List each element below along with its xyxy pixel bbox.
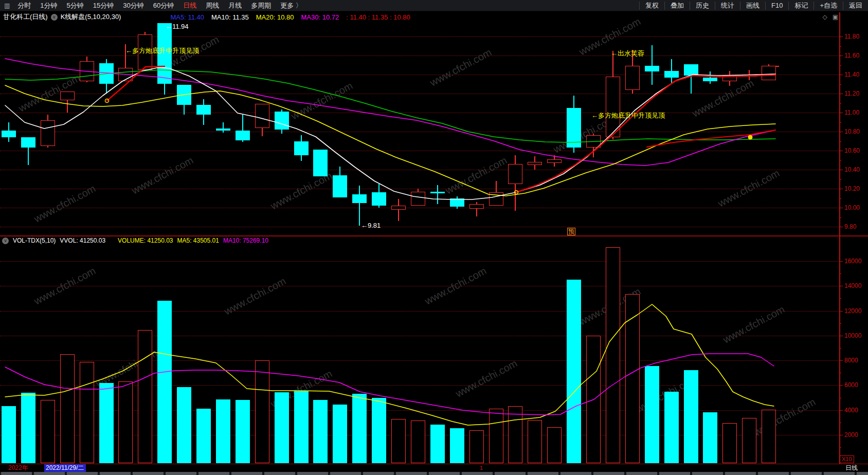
scrollbar-segment[interactable] bbox=[264, 472, 295, 475]
candle-down bbox=[684, 64, 698, 76]
diamond-icon[interactable]: ◇ bbox=[822, 13, 827, 21]
volume-bar-down bbox=[313, 400, 328, 463]
panel-icon[interactable]: ▣ bbox=[833, 13, 838, 21]
menu-item-9[interactable]: 多周期 bbox=[246, 1, 276, 10]
volume-bar-up bbox=[528, 420, 542, 463]
scrollbar-segment[interactable] bbox=[560, 472, 591, 475]
axis-tick bbox=[839, 122, 841, 123]
scrollbar-segment[interactable] bbox=[725, 472, 756, 475]
scrollbar-segment[interactable] bbox=[528, 472, 558, 475]
candle-up bbox=[742, 75, 756, 77]
axis-tick bbox=[839, 160, 841, 161]
scrollbar-segment[interactable] bbox=[626, 472, 657, 475]
toolbar-button-8[interactable]: 返回 bbox=[843, 2, 868, 10]
price-gridline bbox=[0, 36, 839, 37]
scrollbar-segment[interactable] bbox=[495, 472, 526, 475]
toolbar-button-7[interactable]: +自选 bbox=[813, 2, 843, 10]
candle-wick bbox=[652, 45, 653, 85]
scrollbar-segment[interactable] bbox=[462, 472, 493, 475]
toolbar-button-1[interactable]: 叠加 bbox=[664, 2, 690, 10]
scrollbar-segment[interactable] bbox=[198, 472, 229, 475]
ma-label-2: MA20: 10.80 bbox=[256, 13, 294, 21]
volume-pane-header: ∨ VOL-TDX(5,10) VVOL: 41250.03 VOLUME: 4… bbox=[2, 237, 268, 244]
toolbar-button-0[interactable]: 复权 bbox=[639, 2, 664, 10]
scrollbar-segment[interactable] bbox=[100, 472, 131, 475]
candle-down bbox=[236, 131, 250, 140]
scrollbar-segment[interactable] bbox=[34, 472, 65, 475]
menu-item-2[interactable]: 5分钟 bbox=[62, 1, 88, 10]
scrollbar-segment[interactable] bbox=[593, 472, 624, 475]
volume-bar-up bbox=[508, 406, 522, 463]
axis-tick bbox=[839, 298, 841, 299]
menu-item-4[interactable]: 30分钟 bbox=[118, 1, 148, 10]
axis-tick bbox=[839, 179, 841, 180]
toolbar-button-4[interactable]: 画线 bbox=[740, 2, 765, 10]
app-window-icon[interactable]: ▥ bbox=[4, 2, 10, 9]
toolbar-button-6[interactable]: 标记 bbox=[788, 2, 813, 10]
scrollbar-segment[interactable] bbox=[692, 472, 723, 475]
price-gridline bbox=[0, 94, 839, 94]
scrollbar-segment[interactable] bbox=[297, 472, 328, 475]
menu-item-1[interactable]: 1分钟 bbox=[35, 1, 62, 10]
volume-bar-down bbox=[450, 428, 464, 463]
scrollbar-segment[interactable] bbox=[1, 472, 32, 475]
ma-label-1: MA10: 11.35 bbox=[211, 13, 249, 21]
scrollbar-segment[interactable] bbox=[133, 472, 164, 475]
ma-label-4: : 11.40 : 11.35 : 10.80 bbox=[346, 13, 410, 21]
scrollbar-segment[interactable] bbox=[67, 472, 98, 475]
month-marker: 1 bbox=[480, 464, 483, 472]
axis-tick bbox=[839, 151, 843, 151]
toolbar-button-5[interactable]: F10 bbox=[765, 2, 788, 10]
menu-item-5[interactable]: 60分钟 bbox=[149, 1, 178, 10]
axis-tick bbox=[839, 447, 841, 448]
candle-down bbox=[275, 112, 289, 130]
chevron-down-icon[interactable]: ∨ bbox=[2, 238, 9, 244]
candle-down bbox=[177, 85, 191, 105]
date-axis-bar[interactable]: 2022年 2022/11/29/二 1 日线 bbox=[0, 464, 868, 472]
scrollbar-segment[interactable] bbox=[791, 472, 822, 475]
candle-up bbox=[508, 164, 522, 184]
axis-tick bbox=[839, 56, 843, 56]
axis-tick bbox=[839, 75, 843, 75]
forecast-badge[interactable]: 预 bbox=[567, 228, 575, 235]
axis-label: 14000 bbox=[844, 282, 861, 289]
menu-item-6[interactable]: 日线 bbox=[178, 1, 201, 10]
scrollbar-segment[interactable] bbox=[429, 472, 460, 475]
horizontal-scrollbar[interactable] bbox=[0, 472, 868, 475]
toolbar-button-3[interactable]: 统计 bbox=[715, 2, 740, 10]
menu-item-7[interactable]: 周线 bbox=[201, 1, 224, 10]
axis-label: 11.40 bbox=[844, 71, 859, 78]
axis-tick bbox=[839, 286, 843, 286]
scrollbar-segment[interactable] bbox=[330, 472, 361, 475]
scrollbar-segment[interactable] bbox=[659, 472, 690, 475]
scrollbar-segment[interactable] bbox=[824, 472, 855, 475]
volume-bar-up bbox=[41, 400, 55, 463]
toolbar-button-2[interactable]: 历史 bbox=[690, 2, 715, 10]
axis-label: 11.20 bbox=[844, 90, 859, 97]
menu-item-10[interactable]: 更多 〉 bbox=[276, 1, 307, 10]
volume-gridline bbox=[0, 286, 839, 286]
candle-up bbox=[255, 104, 269, 127]
menu-item-0[interactable]: 分时 bbox=[13, 1, 35, 10]
candle-up bbox=[118, 68, 133, 81]
scrollbar-segment[interactable] bbox=[166, 472, 196, 475]
chart-annotation-3: ←多方炮底升中升顶见顶 bbox=[591, 111, 665, 120]
last-close-tick bbox=[776, 66, 779, 67]
chevron-down-icon[interactable]: ∨ bbox=[51, 14, 58, 21]
candle-wick bbox=[437, 185, 438, 204]
candle-down bbox=[703, 78, 717, 81]
scrollbar-segment[interactable] bbox=[396, 472, 427, 475]
menu-item-3[interactable]: 15分钟 bbox=[88, 1, 118, 10]
axis-tick bbox=[839, 336, 843, 336]
menu-item-8[interactable]: 月线 bbox=[224, 1, 246, 10]
candle-down bbox=[664, 71, 679, 78]
scrollbar-segment[interactable] bbox=[758, 472, 789, 475]
volume-bar-up bbox=[625, 294, 640, 463]
candle-up bbox=[80, 61, 94, 81]
scrollbar-segment[interactable] bbox=[363, 472, 394, 475]
candle-down bbox=[430, 192, 445, 194]
scrollbar-segment[interactable] bbox=[231, 472, 262, 475]
candle-up bbox=[606, 77, 620, 137]
axis-tick bbox=[839, 132, 843, 132]
scrollbar-segment[interactable] bbox=[857, 472, 868, 475]
